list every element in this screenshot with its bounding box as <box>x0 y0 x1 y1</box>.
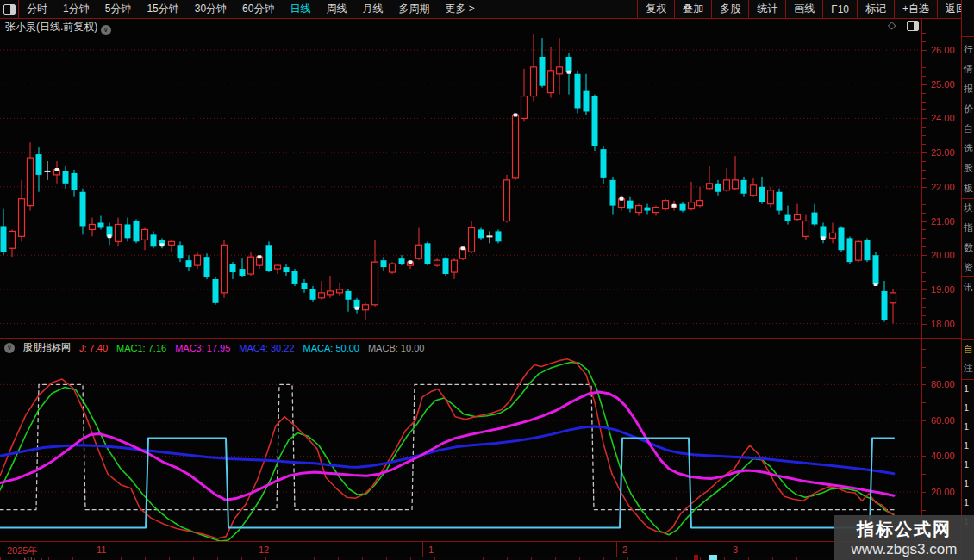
price-axis: 26.0025.0024.0023.0022.0021.0020.0019.00… <box>922 33 960 338</box>
sidebar-glyph: 指 <box>964 221 974 234</box>
sidebar-glyph-highlight: 自 <box>964 343 974 356</box>
x-axis-label-2025年: 2025年 <box>7 544 37 557</box>
price-axis-label: 19.00 <box>931 284 955 295</box>
period-menu: 分时1分钟5分钟15分钟30分钟60分钟日线周线月线多周期更多 > <box>19 0 483 18</box>
signal-marker-dot <box>821 236 826 240</box>
indicator-value-MACA: MACA: 50.00 <box>303 343 359 353</box>
price-chart-svg <box>0 33 921 338</box>
signal-marker-dot <box>108 234 112 238</box>
price-axis-label: 22.00 <box>931 182 955 192</box>
sidebar-glyph: 股 <box>964 162 974 175</box>
watermark-url: www.zbgs3.com <box>834 541 974 558</box>
x-axis-label-2: 2 <box>622 544 627 555</box>
indicator-axis-label: 40.00 <box>931 451 955 461</box>
menu-item-F10[interactable]: F10 <box>822 0 857 18</box>
signal-marker-dot <box>672 204 677 208</box>
indicator-axis-label: 60.00 <box>931 415 955 426</box>
menu-item-分时[interactable]: 分时 <box>19 2 55 16</box>
title-row: 张小泉(日线.前复权) ∨ ◇ <box>0 19 960 32</box>
menu-item-标记[interactable]: 标记 <box>857 0 894 18</box>
x-axis-month-row: 2025年1112123 <box>0 542 974 557</box>
app-window: 分时1分钟5分钟15分钟30分钟60分钟日线周线月线多周期更多 > 复权叠加多股… <box>0 0 974 560</box>
sidebar-glyph: 选 <box>964 142 974 155</box>
x-axis-label-1: 1 <box>428 544 434 555</box>
sidebar-glyph: 资 <box>964 261 974 274</box>
top-menu-bar: 分时1分钟5分钟15分钟30分钟60分钟日线周线月线多周期更多 > 复权叠加多股… <box>0 0 974 19</box>
statusbar-fragment: ıllı ı <box>24 557 44 560</box>
indicator-chevron-icon[interactable]: ∨ <box>4 343 15 353</box>
menu-item-60分钟[interactable]: 60分钟 <box>234 2 282 16</box>
sidebar-glyph: 注 <box>964 362 974 375</box>
price-axis-label: 23.00 <box>931 147 955 158</box>
indicator-value-J: J: 7.40 <box>79 343 108 353</box>
sidebar-glyph: 板 <box>964 182 974 195</box>
sidebar-glyph: 块 <box>964 202 974 215</box>
menu-item-多股[interactable]: 多股 <box>711 0 748 18</box>
indicator-axis-label: 20.00 <box>931 487 955 497</box>
sidebar-number: 1 <box>964 421 974 432</box>
price-axis-label: 18.00 <box>931 319 955 329</box>
menu-item-+自选[interactable]: +自选 <box>894 0 937 18</box>
indicator-chart-panel[interactable] <box>0 354 921 543</box>
signal-marker-dot <box>514 113 518 116</box>
indicator-value-MAC1: MAC1: 7.16 <box>116 343 166 353</box>
signal-marker-dot <box>461 246 465 250</box>
indicator-name: 股朋指标网 <box>23 341 71 354</box>
price-axis-label: 24.00 <box>931 113 955 123</box>
sidebar-glyph: 自 <box>964 122 974 135</box>
indicator-value-MAC3: MAC3: 17.95 <box>175 343 230 353</box>
watermark: 指标公式网 www.zbgs3.com <box>834 515 974 560</box>
price-axis-label: 25.00 <box>931 79 955 90</box>
sidebar-number: 1 <box>964 478 974 488</box>
statusbar-cyan-fragment <box>709 555 717 560</box>
menu-item-叠加[interactable]: 叠加 <box>674 0 711 18</box>
x-axis-label-11: 11 <box>97 544 106 555</box>
menu-item-周线[interactable]: 周线 <box>318 2 354 16</box>
x-axis-label-12: 12 <box>259 544 269 555</box>
sidebar-glyph: 价 <box>964 103 974 115</box>
window-split-icon[interactable] <box>0 0 19 18</box>
menu-item-月线[interactable]: 月线 <box>354 2 390 16</box>
menu-item-30分钟[interactable]: 30分钟 <box>187 2 234 16</box>
menu-item-15分钟[interactable]: 15分钟 <box>139 2 186 16</box>
indicator-axis-label: 80.00 <box>931 379 955 389</box>
signal-marker-dot <box>567 71 571 74</box>
indicator-value-MAC4: MAC4: 30.22 <box>239 343 294 353</box>
signal-marker-dot <box>620 197 624 201</box>
menu-item-多周期[interactable]: 多周期 <box>390 2 437 16</box>
sidebar-glyph: 行 <box>964 43 974 56</box>
menu-item-统计[interactable]: 统计 <box>748 0 785 18</box>
price-axis-label: 26.00 <box>931 45 955 55</box>
sidebar-glyph: 讯 <box>964 281 974 294</box>
sidebar-glyph: 报 <box>964 83 974 96</box>
indicator-value-MACB: MACB: 10.00 <box>368 343 424 353</box>
signal-marker-dot <box>160 243 165 246</box>
price-axis-label: 21.00 <box>931 216 955 227</box>
menu-item-复权[interactable]: 复权 <box>637 0 674 18</box>
sidebar-number: 1 <box>964 402 974 413</box>
diamond-icon[interactable]: ◇ <box>888 19 896 31</box>
signal-marker-dot <box>355 307 359 310</box>
menu-item-5分钟[interactable]: 5分钟 <box>97 2 140 16</box>
watermark-title: 指标公式网 <box>834 518 974 541</box>
right-sidebar-clipped: 行情报价自选股板块指数资讯自注11111111 <box>961 0 974 560</box>
stock-title-text: 张小泉(日线.前复权) <box>5 21 97 33</box>
tools-menu: 复权叠加多股统计画线F10标记+自选返回 <box>637 0 974 18</box>
sidebar-number: 1 <box>964 497 974 507</box>
layout-split-icon[interactable] <box>907 21 919 31</box>
menu-item-更多 >[interactable]: 更多 > <box>437 2 482 16</box>
indicator-chart-svg <box>0 354 921 543</box>
signal-marker-dot <box>258 255 262 258</box>
price-axis-label: 20.00 <box>931 250 955 260</box>
indicator-label-row: ∨ 股朋指标网 J: 7.40MAC1: 7.16MAC3: 17.95MAC4… <box>0 341 926 354</box>
menu-item-画线[interactable]: 画线 <box>785 0 822 18</box>
signal-marker-dot <box>55 168 59 171</box>
panel-separator <box>0 338 961 339</box>
x-axis-label-3: 3 <box>733 544 738 555</box>
sidebar-glyph: 数 <box>964 241 974 254</box>
sidebar-number: 1 <box>964 459 974 470</box>
signal-marker-dot <box>874 283 878 286</box>
menu-item-1分钟[interactable]: 1分钟 <box>55 2 97 16</box>
price-chart-panel[interactable] <box>0 33 921 338</box>
menu-item-日线[interactable]: 日线 <box>282 2 318 16</box>
